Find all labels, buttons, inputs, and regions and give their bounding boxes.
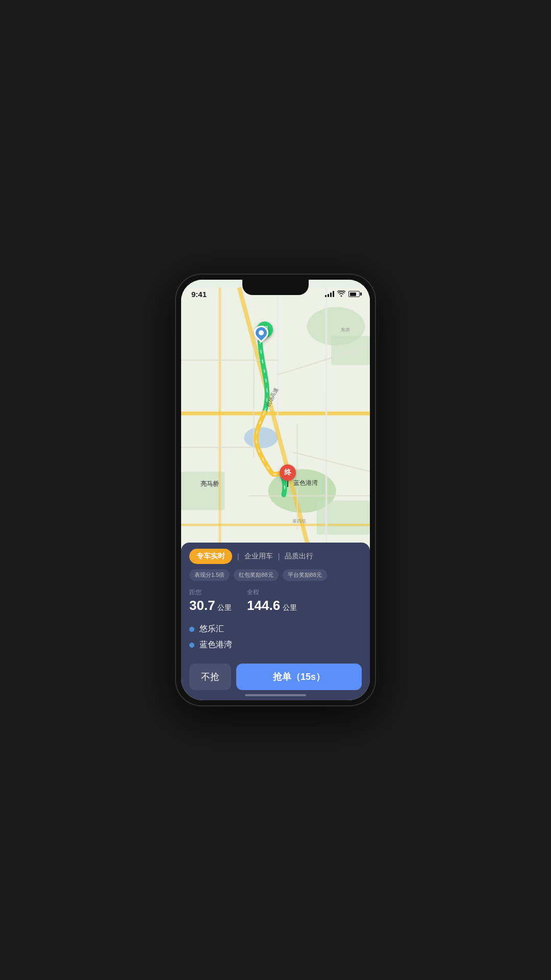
stat-total: 全程 144.6 公里 bbox=[247, 588, 297, 614]
notch bbox=[242, 280, 309, 295]
badge-platform: 平台奖励88元 bbox=[283, 569, 327, 581]
svg-rect-3 bbox=[181, 472, 224, 510]
bottom-panel: 专车实时 | 企业用车 | 品质出行 表现分1.5倍 红包奖励88元 平台奖励8… bbox=[181, 543, 370, 700]
phone-frame: 9:41 bbox=[176, 275, 375, 705]
svg-text:亮马桥: 亮马桥 bbox=[201, 480, 219, 487]
tab-quality[interactable]: 品质出行 bbox=[285, 552, 313, 561]
stat-distance-unit: 公里 bbox=[217, 603, 232, 611]
skip-button[interactable]: 不抢 bbox=[189, 664, 231, 690]
location-item-dest: 蓝色港湾 bbox=[189, 640, 362, 650]
home-indicator bbox=[245, 694, 306, 696]
tab-divider2: | bbox=[278, 552, 280, 560]
phone-screen: 9:41 bbox=[181, 280, 370, 700]
stat-total-unit: 公里 bbox=[283, 603, 297, 611]
stat-distance-value: 30.7 bbox=[189, 598, 215, 613]
end-pin bbox=[287, 481, 288, 487]
stats-row: 距您 30.7 公里 全程 144.6 公里 bbox=[181, 588, 370, 622]
map-area: 机场高速 亮马桥 东亦 亦丰 泰四坑 起 终 bbox=[181, 280, 370, 586]
badges-row: 表现分1.5倍 红包奖励88元 平台奖励88元 bbox=[181, 569, 370, 588]
wifi-icon bbox=[337, 290, 345, 298]
end-marker: 终 bbox=[280, 464, 296, 487]
stat-total-value: 144.6 bbox=[247, 598, 280, 613]
loc-name-origin: 悠乐汇 bbox=[199, 624, 224, 634]
stat-total-label: 全程 bbox=[247, 588, 297, 597]
badge-performance: 表现分1.5倍 bbox=[189, 569, 230, 581]
svg-text:泰四坑: 泰四坑 bbox=[292, 518, 306, 524]
stat-distance-label: 距您 bbox=[189, 588, 232, 597]
destination-label: 蓝色港湾 bbox=[293, 479, 318, 487]
tab-exclusive[interactable]: 专车实时 bbox=[189, 549, 232, 564]
tabs-row: 专车实时 | 企业用车 | 品质出行 bbox=[181, 543, 370, 569]
svg-point-6 bbox=[244, 427, 278, 449]
loc-dot-dest bbox=[189, 643, 194, 648]
battery-icon bbox=[348, 291, 360, 297]
locations-list: 悠乐汇 蓝色港湾 bbox=[181, 622, 370, 658]
badge-redpacket: 红包奖励88元 bbox=[234, 569, 278, 581]
stat-distance: 距您 30.7 公里 bbox=[189, 588, 232, 614]
end-badge: 终 bbox=[280, 464, 296, 481]
tab-enterprise[interactable]: 企业用车 bbox=[244, 552, 273, 561]
loc-name-dest: 蓝色港湾 bbox=[199, 640, 232, 650]
svg-text:东亦: 东亦 bbox=[341, 327, 350, 332]
blue-dot-icon bbox=[251, 323, 271, 343]
svg-rect-5 bbox=[317, 501, 370, 534]
tab-divider: | bbox=[237, 552, 239, 560]
location-item-origin: 悠乐汇 bbox=[189, 624, 362, 634]
status-time: 9:41 bbox=[191, 290, 207, 299]
status-icons bbox=[325, 290, 360, 298]
grab-button[interactable]: 抢单（15s） bbox=[236, 664, 362, 690]
signal-icon bbox=[325, 291, 334, 297]
loc-dot-origin bbox=[189, 627, 194, 632]
vehicle-location bbox=[254, 326, 268, 340]
svg-rect-2 bbox=[331, 336, 370, 365]
